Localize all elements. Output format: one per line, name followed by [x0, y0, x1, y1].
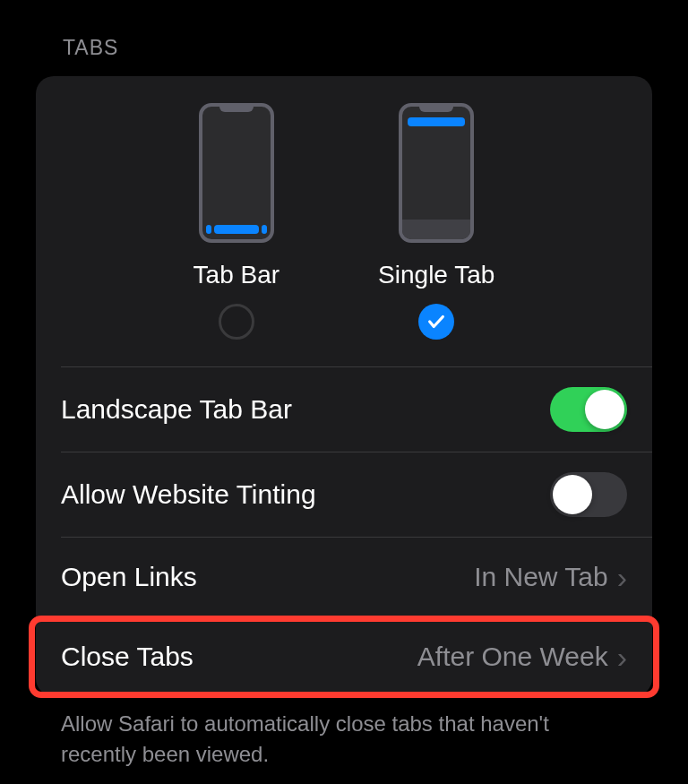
row-landscape-tab-bar: Landscape Tab Bar	[36, 367, 652, 452]
tab-layout-options: Tab Bar Single Tab	[36, 76, 652, 366]
row-right: After One Week ›	[417, 640, 627, 675]
toggle-landscape-tab-bar[interactable]	[550, 387, 627, 432]
layout-option-single-tab[interactable]: Single Tab	[378, 103, 494, 340]
section-header-tabs: TABS	[0, 0, 688, 76]
row-right: In New Tab ›	[474, 560, 627, 595]
row-value: After One Week	[417, 642, 608, 672]
row-value: In New Tab	[474, 562, 608, 592]
toggle-knob-icon	[585, 390, 624, 429]
single-tab-top-icon	[408, 117, 465, 126]
highlighted-container: Close Tabs After One Week ›	[36, 617, 652, 696]
toggle-allow-website-tinting[interactable]	[550, 472, 627, 517]
phone-notch-icon	[219, 107, 254, 112]
chevron-right-icon: ›	[617, 640, 627, 675]
single-tab-toolbar-icon	[402, 220, 470, 239]
footer-description: Allow Safari to automatically close tabs…	[0, 696, 688, 769]
phone-notch-icon	[419, 107, 453, 112]
row-open-links[interactable]: Open Links In New Tab ›	[36, 538, 652, 616]
row-label: Allow Website Tinting	[61, 479, 316, 510]
phone-mock-single-tab	[399, 103, 474, 243]
row-allow-website-tinting: Allow Website Tinting	[36, 452, 652, 537]
row-label: Open Links	[61, 562, 197, 592]
row-close-tabs[interactable]: Close Tabs After One Week ›	[36, 617, 652, 696]
radio-selected-icon[interactable]	[418, 304, 454, 340]
row-label: Landscape Tab Bar	[61, 394, 292, 425]
chevron-right-icon: ›	[617, 560, 627, 595]
layout-option-label: Single Tab	[378, 261, 494, 289]
toggle-knob-icon	[553, 475, 592, 514]
layout-option-tab-bar[interactable]: Tab Bar	[194, 103, 280, 340]
layout-option-label: Tab Bar	[194, 261, 280, 289]
row-label: Close Tabs	[61, 642, 194, 672]
radio-unselected-icon[interactable]	[219, 304, 254, 340]
tabs-settings-panel: Tab Bar Single Tab Landscape Tab Bar Al	[36, 76, 652, 696]
tab-bar-bottom-icon	[206, 225, 267, 234]
phone-mock-tab-bar	[199, 103, 274, 243]
